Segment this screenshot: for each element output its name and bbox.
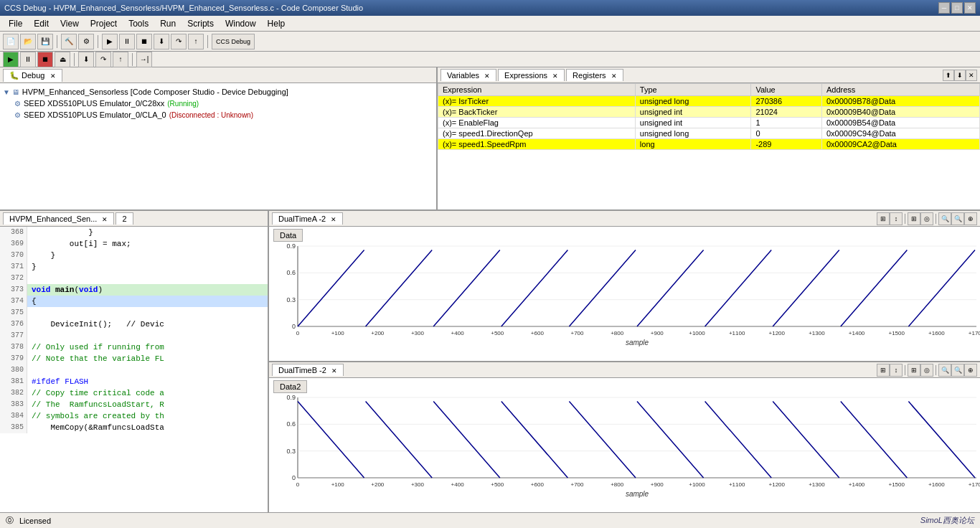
- c2tb5[interactable]: 🔍: [938, 364, 951, 377]
- bottom-section: HVPM_Enhanced_Sen... ✕ 2 368 }369 out[i]…: [0, 211, 980, 512]
- menu-run[interactable]: Run: [154, 17, 182, 30]
- tb-debug[interactable]: ▶: [102, 34, 118, 50]
- tab-expressions[interactable]: Expressions ✕: [498, 69, 565, 81]
- chart1-area: Data 0.90.60.300+100+200+300+400+500+600…: [269, 227, 980, 361]
- c1tb5[interactable]: 🔍: [938, 212, 951, 225]
- debug-tab[interactable]: 🐛 Debug ✕: [3, 69, 62, 82]
- c2tb4[interactable]: ◎: [920, 364, 933, 377]
- status-icon: ⓪: [6, 515, 14, 526]
- c2tb2[interactable]: ↕: [890, 364, 903, 377]
- dtb-suspend[interactable]: ⏸: [20, 52, 36, 67]
- c2tb6[interactable]: 🔍: [951, 364, 964, 377]
- dtb-stop[interactable]: ⏹: [37, 52, 53, 67]
- c1tb4[interactable]: ◎: [920, 212, 933, 225]
- registers-tab-close[interactable]: ✕: [611, 72, 617, 80]
- c1tb3[interactable]: ⊞: [908, 212, 920, 225]
- c2tb3[interactable]: ⊞: [908, 364, 920, 377]
- menu-scripts[interactable]: Scripts: [182, 17, 220, 30]
- vars-tb-btn2[interactable]: ⬇: [954, 70, 966, 81]
- c2tb7[interactable]: ⊕: [964, 364, 977, 377]
- code-tab1-close[interactable]: ✕: [102, 216, 108, 223]
- code-line: 368 }: [0, 227, 268, 238]
- dtb-step-out[interactable]: ↑: [113, 52, 128, 67]
- tb-save[interactable]: 💾: [37, 34, 53, 50]
- tb-step-out[interactable]: ↑: [188, 34, 204, 50]
- tb-new[interactable]: 📄: [3, 34, 19, 50]
- dtb-run-to[interactable]: →|: [136, 52, 152, 67]
- tb-step-over[interactable]: ↷: [171, 34, 187, 50]
- tab-registers[interactable]: Registers ✕: [566, 69, 623, 81]
- tb-stop[interactable]: ⏹: [136, 34, 152, 50]
- chart1-tab-bar: DualTimeA -2 ✕ ⊞ ↕ ⊞ ◎ 🔍 🔍 ⊕: [269, 211, 980, 227]
- dtb-disconnect[interactable]: ⏏: [55, 52, 70, 67]
- vars-cell-type: unsigned int: [635, 118, 751, 128]
- svg-text:0.9: 0.9: [286, 242, 296, 250]
- vars-cell-type: long: [635, 139, 751, 150]
- svg-text:+100: +100: [331, 481, 345, 488]
- line-number: 381: [0, 376, 27, 387]
- c1tb7[interactable]: ⊕: [964, 212, 977, 225]
- svg-text:sample: sample: [626, 339, 649, 346]
- c1tb1[interactable]: ⊞: [877, 212, 890, 225]
- dtb-step-over[interactable]: ↷: [95, 52, 111, 67]
- svg-text:+1000: +1000: [689, 481, 705, 488]
- chart2-tab-close[interactable]: ✕: [331, 367, 337, 374]
- variables-tab-close[interactable]: ✕: [484, 72, 490, 80]
- dtb-resume[interactable]: ▶: [3, 52, 19, 67]
- svg-text:+1700: +1700: [969, 330, 980, 336]
- svg-text:+600: +600: [531, 481, 545, 488]
- svg-text:0.6: 0.6: [286, 269, 296, 276]
- menu-project[interactable]: Project: [85, 17, 123, 30]
- dtb-step-into[interactable]: ⬇: [78, 52, 94, 67]
- chart1-tab[interactable]: DualTimeA -2 ✕: [272, 212, 343, 225]
- debug-tab-close[interactable]: ✕: [50, 72, 56, 80]
- svg-text:+1500: +1500: [888, 481, 905, 488]
- vars-tb-btn1[interactable]: ⬆: [943, 70, 954, 81]
- line-number: 375: [0, 307, 27, 319]
- debug-device1[interactable]: ⚙ SEED XDS510PLUS Emulator_0/C28xx (Runn…: [3, 98, 433, 109]
- menu-file[interactable]: File: [3, 17, 28, 30]
- code-line: 377: [0, 330, 268, 341]
- tb-ccs[interactable]: CCS Debug: [212, 34, 255, 50]
- vars-cell-expression: (x)= speed1.DirectionQep: [438, 128, 636, 139]
- menu-tools[interactable]: Tools: [123, 17, 154, 30]
- code-tab-2[interactable]: 2: [116, 212, 133, 225]
- tb-suspend[interactable]: ⏸: [119, 34, 135, 50]
- expressions-tab-close[interactable]: ✕: [552, 72, 558, 80]
- menu-view[interactable]: View: [55, 17, 85, 30]
- tb-step-into[interactable]: ⬇: [154, 34, 169, 50]
- code-tab-1[interactable]: HVPM_Enhanced_Sen... ✕: [3, 212, 114, 225]
- chart1-data-tab[interactable]: Data: [273, 229, 303, 242]
- minimize-button[interactable]: ─: [938, 2, 950, 14]
- line-number: 374: [0, 296, 27, 307]
- menu-edit[interactable]: Edit: [28, 17, 55, 30]
- dtb-sep1: [74, 53, 75, 66]
- chart2-tab[interactable]: DualTimeB -2 ✕: [272, 364, 344, 376]
- vars-cell-value: 1: [751, 118, 822, 128]
- svg-text:+700: +700: [571, 330, 585, 336]
- svg-text:+1400: +1400: [849, 481, 865, 488]
- maximize-button[interactable]: □: [951, 2, 963, 14]
- vars-cell-expression: (x)= EnableFlag: [438, 118, 636, 128]
- line-code: [27, 273, 32, 284]
- c1tb2[interactable]: ↕: [890, 212, 903, 225]
- tb-rebuild[interactable]: ⚙: [78, 34, 94, 50]
- close-button[interactable]: ✕: [964, 2, 976, 14]
- debug-device2[interactable]: ⚙ SEED XDS510PLUS Emulator_0/CLA_0 (Disc…: [3, 109, 433, 121]
- code-scroll[interactable]: 368 }369 out[i] = max;370 }371}372373voi…: [0, 227, 268, 512]
- c1tb6[interactable]: 🔍: [951, 212, 964, 225]
- svg-text:+200: +200: [371, 481, 385, 488]
- tb-build[interactable]: 🔨: [61, 34, 77, 50]
- code-line: 384// symbols are created by th: [0, 410, 268, 422]
- dtb-sep2: [132, 53, 133, 66]
- chart2-data-tab[interactable]: Data2: [273, 380, 307, 393]
- menu-help[interactable]: Help: [262, 17, 291, 30]
- c2tb1[interactable]: ⊞: [877, 364, 890, 377]
- tb-open[interactable]: 📂: [20, 34, 36, 50]
- menu-window[interactable]: Window: [220, 17, 262, 30]
- status-right: SimoL西奥论坛: [920, 515, 974, 526]
- vars-tb-btn3[interactable]: ✕: [966, 70, 977, 81]
- chart1-tab-close[interactable]: ✕: [331, 216, 336, 223]
- tab-variables[interactable]: Variables ✕: [440, 69, 496, 81]
- code-line: 382// Copy time critical code a: [0, 387, 268, 399]
